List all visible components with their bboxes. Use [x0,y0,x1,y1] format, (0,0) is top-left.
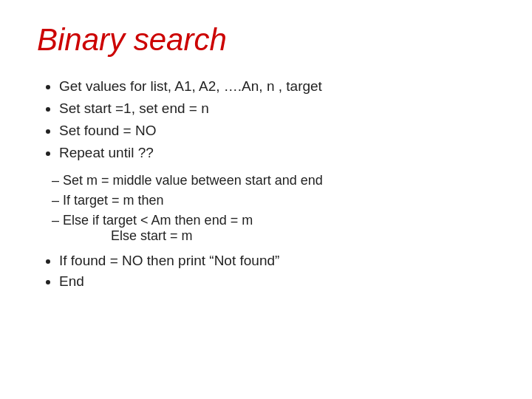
bottom-bullet-list: If found = NO then print “Not found” End [37,253,495,290]
dash-item: Else if target < Am then end = m Else st… [52,213,495,244]
list-item: Set start =1, set end = n [59,100,495,117]
dash-item: If target = m then [52,193,495,208]
bottom-list-item: If found = NO then print “Not found” [59,253,495,269]
list-item: Get values for list, A1, A2, ….An, n , t… [59,78,495,95]
bottom-list-item: End [59,273,495,290]
else-start-line: Else start = m [52,228,495,244]
list-item: Repeat until ?? [59,145,495,161]
main-bullet-list: Get values for list, A1, A2, ….An, n , t… [37,78,495,161]
page-title: Binary search [37,22,495,58]
dash-item: Set m = middle value between start and e… [52,173,495,188]
page-container: Binary search Get values for list, A1, A… [0,0,532,316]
list-item: Set found = NO [59,123,495,139]
dash-list: Set m = middle value between start and e… [37,173,495,244]
